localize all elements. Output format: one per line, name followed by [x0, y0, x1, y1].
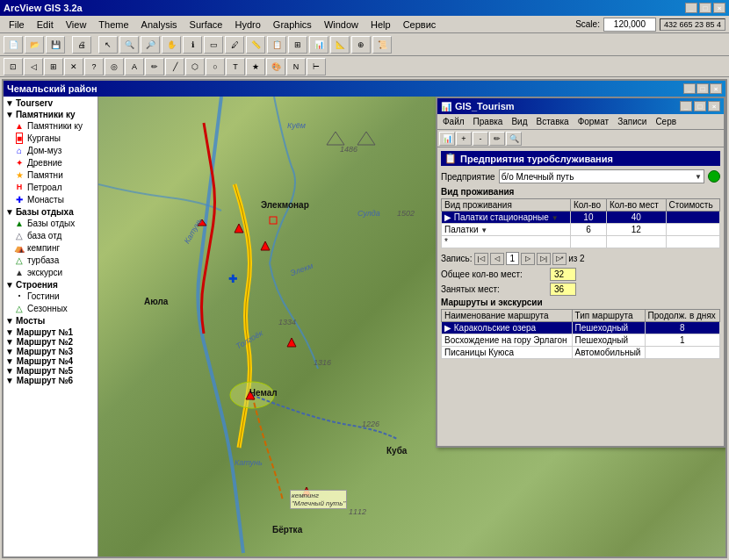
- identify-btn[interactable]: 🖊: [225, 36, 244, 54]
- table-row-1[interactable]: ▶ Палатки стационарные ▼ 10 40: [442, 212, 720, 224]
- map-maximize-btn[interactable]: □: [697, 83, 709, 94]
- gis-tb-2[interactable]: +: [456, 132, 472, 146]
- symbol-btn[interactable]: ★: [246, 58, 265, 75]
- zoom-prev-btn[interactable]: ◁: [24, 58, 43, 75]
- gis-close-btn[interactable]: ×: [708, 101, 720, 111]
- ext-btn[interactable]: ⊕: [351, 36, 371, 54]
- nav-new[interactable]: ▷*: [552, 253, 567, 265]
- accommodation-section-label: Вид проживания: [441, 187, 720, 197]
- gis-tb-1[interactable]: 📊: [439, 132, 455, 146]
- print-btn[interactable]: 🖨: [72, 36, 91, 54]
- north-btn[interactable]: N: [286, 58, 306, 75]
- legend-stroenia-title[interactable]: ▼ Строения: [5, 280, 96, 290]
- menu-hydro[interactable]: Hydro: [230, 18, 266, 31]
- text-btn[interactable]: T: [226, 58, 245, 75]
- close-btn[interactable]: ×: [713, 3, 725, 13]
- nav-last[interactable]: ▷|: [537, 253, 551, 265]
- legend-route3-title[interactable]: ▼ Маршрут №3: [5, 347, 96, 356]
- measure-btn[interactable]: 📏: [246, 36, 265, 54]
- record-current[interactable]: 1: [506, 252, 520, 265]
- circle-btn[interactable]: ○: [206, 58, 225, 75]
- exc-row-3[interactable]: Писаницы Куюса Автомобильный: [442, 347, 720, 359]
- legend-bases-title[interactable]: ▼ Базы отдыха: [5, 207, 96, 217]
- svg-marker-6: [261, 241, 270, 250]
- gis-tb-3[interactable]: -: [473, 132, 488, 146]
- zoom-full-btn[interactable]: ⊡: [4, 58, 23, 75]
- polygon-btn[interactable]: ⬡: [185, 58, 205, 75]
- legend-route6-title[interactable]: ▼ Маршрут №6: [5, 376, 96, 385]
- select-all-btn[interactable]: ⊞: [44, 58, 63, 75]
- maximize-btn[interactable]: □: [699, 3, 711, 13]
- pointer-btn[interactable]: ↖: [98, 36, 118, 54]
- scale-input[interactable]: [603, 18, 656, 32]
- buffer-btn[interactable]: ◎: [105, 58, 124, 75]
- record-nav: Запись: |◁ ◁ 1 ▷ ▷| ▷* из 2: [441, 252, 720, 265]
- enterprise-dropdown[interactable]: ▼: [695, 173, 702, 181]
- gis-tb-5[interactable]: 🔍: [506, 132, 522, 146]
- nav-prev[interactable]: ◁: [490, 253, 504, 265]
- gis-menu-edit[interactable]: Правка: [470, 116, 507, 127]
- scalebar-btn[interactable]: ⊢: [307, 58, 326, 75]
- query-btn[interactable]: ?: [84, 58, 104, 75]
- enterprise-label: Предприятие: [441, 172, 495, 182]
- script-btn[interactable]: 📜: [372, 36, 392, 54]
- save-btn[interactable]: 💾: [46, 36, 65, 54]
- enterprise-input[interactable]: б/о Млечный путь ▼: [499, 169, 704, 183]
- legend-item-ekskursi: ▲ экскурси: [5, 266, 96, 278]
- gis-menu-format[interactable]: Формат: [574, 116, 613, 127]
- table-btn[interactable]: ⊞: [288, 36, 307, 54]
- open-btn[interactable]: 📂: [25, 36, 44, 54]
- nav-next[interactable]: ▷: [521, 253, 535, 265]
- zoom-in-btn[interactable]: 🔍: [119, 36, 139, 54]
- gis-menu-file[interactable]: Файл: [439, 116, 468, 127]
- map-canvas[interactable]: ✚ Элекмонар Куём Катунь Сулда Элекм Аюла…: [98, 97, 725, 556]
- gis-minimize-btn[interactable]: _: [680, 101, 692, 111]
- draw-btn[interactable]: ✏: [145, 58, 164, 75]
- menu-service[interactable]: Сервис: [398, 18, 442, 31]
- menu-file[interactable]: File: [4, 18, 30, 31]
- table-row-2[interactable]: Палатки ▼ 6 12: [442, 224, 720, 236]
- gis-menu-view[interactable]: Вид: [508, 116, 531, 127]
- table-row-new[interactable]: *: [442, 236, 720, 248]
- legend-route2-title[interactable]: ▼ Маршрут №2: [5, 337, 96, 347]
- gis-menu-serv[interactable]: Серв: [652, 116, 680, 127]
- exc-row-2[interactable]: Восхождение на гору Эрлагон Пешеходный 1: [442, 334, 720, 347]
- menu-analysis[interactable]: Analysis: [136, 18, 183, 31]
- menu-window[interactable]: Window: [319, 18, 364, 31]
- gis-menu-insert[interactable]: Вставка: [532, 116, 572, 127]
- layout-btn[interactable]: 📐: [330, 36, 350, 54]
- chart-btn[interactable]: 📊: [309, 36, 328, 54]
- legend-btn[interactable]: 📋: [267, 36, 286, 54]
- clear-btn[interactable]: ✕: [64, 58, 83, 75]
- zoom-out-btn[interactable]: 🔎: [141, 36, 160, 54]
- map-close-btn[interactable]: ×: [710, 83, 722, 94]
- menu-graphics[interactable]: Graphics: [268, 18, 317, 31]
- legend-route5-title[interactable]: ▼ Маршрут №5: [5, 366, 96, 376]
- total-places-value: 32: [550, 268, 576, 281]
- line-btn[interactable]: ╱: [165, 58, 184, 75]
- label-btn[interactable]: A: [125, 58, 144, 75]
- legend-group-tourserv-title[interactable]: ▼ Tourserv: [5, 98, 96, 108]
- gis-maximize-btn[interactable]: □: [694, 101, 706, 111]
- menu-theme[interactable]: Theme: [93, 18, 134, 31]
- menu-edit[interactable]: Edit: [32, 18, 59, 31]
- gis-tb-4[interactable]: ✏: [489, 132, 505, 146]
- new-btn[interactable]: 📄: [4, 36, 23, 54]
- pan-btn[interactable]: ✋: [162, 36, 181, 54]
- legend-mosty-title[interactable]: ▼ Мосты: [5, 316, 96, 326]
- info-btn[interactable]: ℹ: [183, 36, 202, 54]
- gis-menu: Файл Правка Вид Вставка Формат Записи Се…: [437, 114, 724, 130]
- exc-row-1[interactable]: ▶ Каракольские озера Пешеходный 8: [442, 322, 720, 334]
- legend-route1-title[interactable]: ▼ Маршрут №1: [5, 327, 96, 337]
- minimize-btn[interactable]: _: [685, 3, 697, 13]
- map-minimize-btn[interactable]: _: [683, 83, 696, 94]
- select-btn[interactable]: ▭: [204, 36, 223, 54]
- menu-help[interactable]: Help: [365, 18, 396, 31]
- color-btn[interactable]: 🎨: [266, 58, 285, 75]
- menu-surface[interactable]: Surface: [184, 18, 228, 31]
- menu-view[interactable]: View: [61, 18, 92, 31]
- gis-menu-records[interactable]: Записи: [614, 116, 650, 127]
- legend-route4-title[interactable]: ▼ Маршрут №4: [5, 356, 96, 366]
- nav-first[interactable]: |◁: [474, 253, 488, 265]
- legend-monuments-title[interactable]: ▼ Памятники ку: [5, 110, 96, 119]
